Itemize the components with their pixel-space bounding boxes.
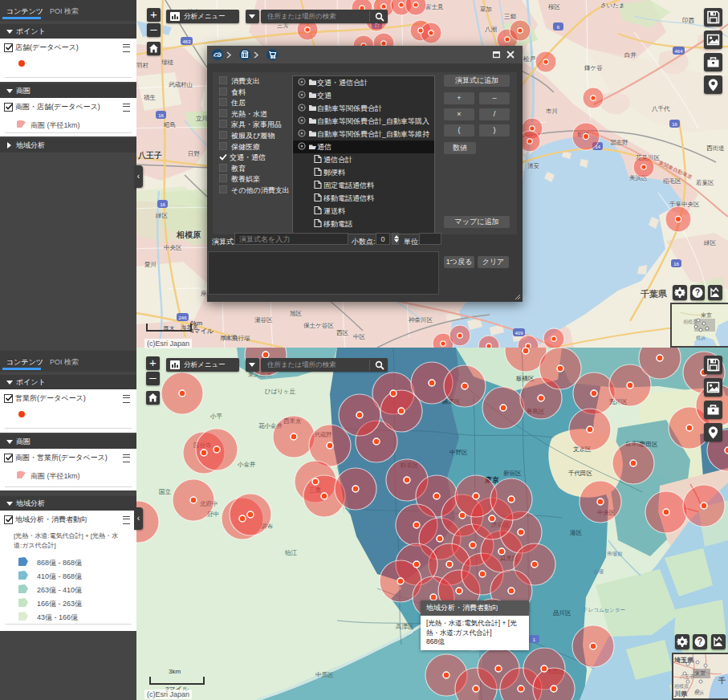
svg-text:印西: 印西 <box>682 17 695 24</box>
svg-text:相模原: 相模原 <box>176 230 201 239</box>
svg-text:狛江: 狛江 <box>285 549 298 556</box>
svg-text:16: 16 <box>160 202 165 207</box>
svg-text:中野区: 中野区 <box>449 449 468 456</box>
svg-text:横浜: 横浜 <box>696 336 706 340</box>
svg-text:ひばりヶ丘: ひばりヶ丘 <box>265 388 296 395</box>
svg-text:白井: 白井 <box>624 51 637 59</box>
svg-text:小金井: 小金井 <box>237 461 256 468</box>
svg-text:浦安: 浦安 <box>527 162 540 169</box>
svg-text:瑞穂: 瑞穂 <box>161 59 174 66</box>
svg-text:409: 409 <box>514 331 523 336</box>
svg-text:緑区: 緑区 <box>703 239 717 246</box>
svg-text:富士見: 富士見 <box>425 3 444 10</box>
svg-text:中原区: 中原区 <box>315 671 334 678</box>
svg-text:市場前: 市場前 <box>607 551 623 557</box>
svg-text:?: ? <box>697 637 702 646</box>
svg-text:松戸: 松戸 <box>523 55 536 63</box>
svg-text:千葉県: 千葉県 <box>640 289 668 299</box>
svg-text:厚木飛行場: 厚木飛行場 <box>220 335 250 342</box>
svg-text:稲毛区: 稲毛区 <box>663 177 681 185</box>
svg-text:463: 463 <box>182 39 191 44</box>
svg-text:港区: 港区 <box>570 529 583 536</box>
svg-text:鎌ケ谷: 鎌ケ谷 <box>584 64 603 71</box>
svg-text:川県: 川県 <box>673 690 688 698</box>
svg-text:八潮: 八潮 <box>485 26 497 33</box>
svg-text:昭島: 昭島 <box>164 121 176 128</box>
svg-text:埼玉県: 埼玉県 <box>673 657 694 664</box>
svg-text:保土ケ谷区: 保土ケ谷区 <box>303 322 334 329</box>
svg-text:若葉区: 若葉区 <box>696 179 714 186</box>
svg-text:横浜: 横浜 <box>694 690 704 695</box>
svg-text:相模原: 相模原 <box>683 319 697 325</box>
svg-text:西街道: 西街道 <box>706 144 725 152</box>
svg-text:福生: 福生 <box>144 94 157 101</box>
svg-text:旭区: 旭区 <box>290 310 303 317</box>
svg-text:八王子: 八王子 <box>680 674 694 680</box>
svg-text:神奈川区: 神奈川区 <box>409 316 433 324</box>
svg-text:市川: 市川 <box>546 108 558 115</box>
svg-text:さいたま: さいたま <box>600 2 625 9</box>
svg-text:品川区: 品川区 <box>553 609 571 617</box>
svg-text:東京: 東京 <box>701 312 712 318</box>
svg-text:464: 464 <box>674 49 683 54</box>
svg-text:西区: 西区 <box>336 329 349 336</box>
svg-text:小平: 小平 <box>209 413 223 420</box>
svg-text:愛川: 愛川 <box>144 261 157 268</box>
svg-text:東京: 東京 <box>694 670 706 676</box>
svg-text:中央区: 中央区 <box>164 244 182 251</box>
svg-text:16: 16 <box>672 122 677 127</box>
svg-text:16: 16 <box>158 113 164 118</box>
svg-text:羽村: 羽村 <box>136 62 149 69</box>
svg-text:中区: 中区 <box>353 333 366 340</box>
svg-text:瀬谷区: 瀬谷区 <box>254 316 273 324</box>
svg-text:立川: 立川 <box>196 115 208 122</box>
svg-text:緑区: 緑区 <box>155 212 169 219</box>
svg-text:八千代: 八千代 <box>652 105 670 112</box>
svg-text:草加: 草加 <box>480 6 492 13</box>
svg-text:16: 16 <box>673 262 679 267</box>
svg-text:246: 246 <box>178 315 187 320</box>
svg-text:新宿区: 新宿区 <box>503 470 522 477</box>
svg-text:桜区: 桜区 <box>548 3 561 10</box>
svg-text:?: ? <box>695 288 700 297</box>
svg-text:国立: 国立 <box>159 488 172 495</box>
svg-text:日野: 日野 <box>188 150 201 157</box>
svg-text:武蔵村山: 武蔵村山 <box>169 81 193 88</box>
svg-text:千: 千 <box>718 677 726 685</box>
svg-text:台場: 台場 <box>593 568 604 575</box>
svg-text:八王子: 八王子 <box>137 151 162 160</box>
svg-text:相模原: 相模原 <box>674 683 689 690</box>
svg-text:テレコムセンター: テレコムセンター <box>583 607 625 612</box>
svg-text:高津区: 高津区 <box>396 623 414 630</box>
svg-text:千代田区: 千代田区 <box>568 470 593 477</box>
svg-text:習志野: 習志野 <box>610 139 628 146</box>
svg-text:三郷: 三郷 <box>504 13 517 20</box>
